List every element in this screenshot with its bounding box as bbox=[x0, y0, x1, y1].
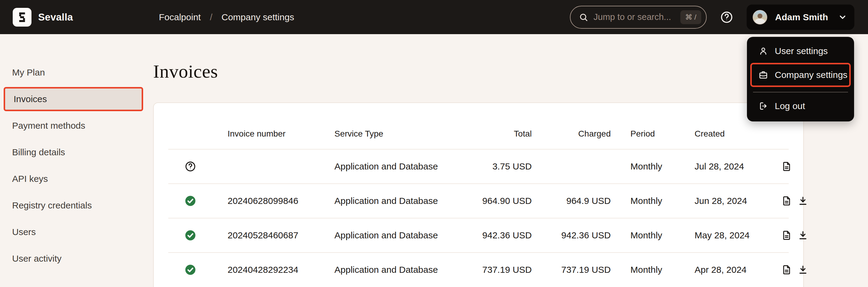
cell-total: 964.90 USD bbox=[474, 196, 532, 206]
cell-charged: 964.9 USD bbox=[532, 196, 611, 206]
cell-total: 942.36 USD bbox=[474, 230, 532, 241]
menu-item-label: User settings bbox=[775, 46, 828, 56]
check-circle-icon bbox=[184, 195, 196, 207]
cell-service-type: Application and Database bbox=[334, 161, 474, 172]
breadcrumb: Focalpoint / Company settings bbox=[159, 0, 294, 34]
column-header-charged: Charged bbox=[532, 129, 611, 139]
invoices-table-header: Invoice number Service Type Total Charge… bbox=[168, 103, 789, 149]
sidebar-item-my-plan[interactable]: My Plan bbox=[0, 59, 150, 86]
topbar: Sevalla Focalpoint / Company settings ⌘ … bbox=[0, 0, 868, 34]
table-row: Application and Database 3.75 USD Monthl… bbox=[168, 149, 789, 183]
menu-item-label: Company settings bbox=[775, 70, 847, 80]
topbar-right: ⌘ / Adam Smith bbox=[570, 0, 855, 34]
menu-item-log-out[interactable]: Log out bbox=[753, 97, 848, 115]
column-header-service-type: Service Type bbox=[334, 129, 474, 139]
annotation-box-company-settings: Company settings bbox=[750, 63, 851, 87]
menu-divider bbox=[753, 92, 848, 93]
avatar bbox=[753, 10, 767, 25]
check-circle-icon bbox=[184, 229, 196, 241]
sevalla-logo-icon bbox=[13, 8, 31, 27]
sidebar-item-billing-details[interactable]: Billing details bbox=[0, 139, 150, 166]
breadcrumb-separator: / bbox=[210, 12, 212, 22]
sidebar-item-invoices[interactable]: Invoices bbox=[4, 87, 143, 111]
menu-item-label: Log out bbox=[775, 101, 805, 111]
user-menu-button[interactable]: Adam Smith bbox=[747, 4, 855, 30]
user-dropdown-menu: User settings Company settings bbox=[747, 37, 854, 121]
cell-invoice-number: 20240628099846 bbox=[213, 196, 334, 206]
cell-period: Monthly bbox=[611, 161, 676, 172]
cell-period: Monthly bbox=[611, 265, 676, 275]
menu-item-company-settings[interactable]: Company settings bbox=[753, 66, 849, 84]
view-invoice-icon[interactable] bbox=[781, 195, 792, 207]
global-search[interactable]: ⌘ / bbox=[570, 6, 707, 29]
download-invoice-icon[interactable] bbox=[797, 264, 809, 276]
user-name: Adam Smith bbox=[775, 12, 830, 22]
sidebar-item-user-activity[interactable]: User activity bbox=[0, 245, 150, 272]
table-row: 20240428292234 Application and Database … bbox=[168, 252, 789, 287]
download-invoice-icon[interactable] bbox=[797, 195, 809, 207]
cell-created: Jul 28, 2024 bbox=[676, 161, 766, 172]
cell-created: May 28, 2024 bbox=[676, 230, 766, 241]
invoices-card: Invoice number Service Type Total Charge… bbox=[153, 102, 804, 287]
column-header-total: Total bbox=[474, 129, 532, 139]
cell-total: 3.75 USD bbox=[474, 161, 532, 172]
search-input[interactable] bbox=[593, 12, 675, 22]
cell-period: Monthly bbox=[611, 196, 676, 206]
search-icon bbox=[579, 13, 588, 22]
sidebar-item-registry-credentials[interactable]: Registry credentials bbox=[0, 192, 150, 219]
logout-icon bbox=[758, 101, 768, 111]
column-header-created: Created bbox=[676, 129, 766, 139]
cell-total: 737.19 USD bbox=[474, 265, 532, 275]
breadcrumb-app[interactable]: Focalpoint bbox=[159, 12, 200, 22]
app-root: Sevalla Focalpoint / Company settings ⌘ … bbox=[0, 0, 868, 287]
cell-service-type: Application and Database bbox=[334, 265, 474, 275]
cell-service-type: Application and Database bbox=[334, 196, 474, 206]
download-invoice-icon[interactable] bbox=[797, 229, 809, 241]
view-invoice-icon[interactable] bbox=[781, 229, 792, 241]
search-shortcut-badge: ⌘ / bbox=[680, 10, 701, 24]
sidebar-item-api-keys[interactable]: API keys bbox=[0, 166, 150, 192]
question-circle-icon[interactable] bbox=[185, 161, 196, 172]
column-header-invoice-number: Invoice number bbox=[213, 129, 334, 139]
cell-charged: 942.36 USD bbox=[532, 230, 611, 241]
cell-invoice-number: 20240428292234 bbox=[213, 265, 334, 275]
chevron-down-icon bbox=[838, 13, 847, 22]
help-icon[interactable] bbox=[720, 10, 733, 24]
cell-charged: 737.19 USD bbox=[532, 265, 611, 275]
user-icon bbox=[758, 46, 768, 56]
table-row: 20240628099846 Application and Database … bbox=[168, 183, 789, 218]
cell-period: Monthly bbox=[611, 230, 676, 241]
breadcrumb-page[interactable]: Company settings bbox=[221, 12, 294, 22]
brand-name: Sevalla bbox=[38, 11, 73, 23]
table-row: 20240528460687 Application and Database … bbox=[168, 218, 789, 252]
cell-invoice-number: 20240528460687 bbox=[213, 230, 334, 241]
sidebar-item-users[interactable]: Users bbox=[0, 219, 150, 245]
brand-home-link[interactable]: Sevalla bbox=[13, 0, 73, 34]
settings-sidebar: My Plan Invoices Payment methods Billing… bbox=[0, 34, 150, 287]
cell-created: Apr 28, 2024 bbox=[676, 265, 766, 275]
view-invoice-icon[interactable] bbox=[781, 264, 792, 276]
column-header-period: Period bbox=[611, 129, 676, 139]
cell-created: Jun 28, 2024 bbox=[676, 196, 766, 206]
briefcase-icon bbox=[758, 70, 768, 80]
menu-item-user-settings[interactable]: User settings bbox=[753, 42, 848, 61]
sidebar-item-payment-methods[interactable]: Payment methods bbox=[0, 112, 150, 139]
view-invoice-icon[interactable] bbox=[781, 161, 792, 172]
cell-service-type: Application and Database bbox=[334, 230, 474, 241]
check-circle-icon bbox=[184, 264, 196, 276]
